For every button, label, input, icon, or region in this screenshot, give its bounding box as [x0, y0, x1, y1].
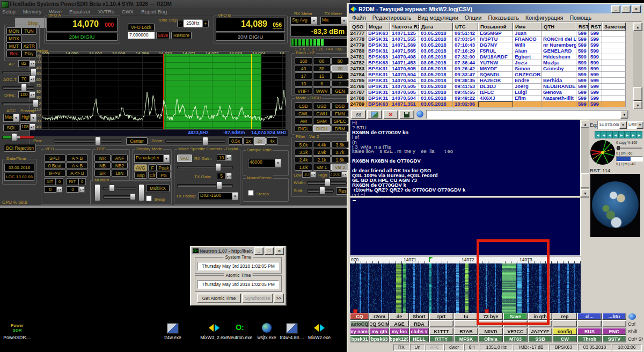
dropdown-arrow-icon[interactable]: ▼	[311, 17, 317, 24]
spectrum-display[interactable]	[42, 54, 286, 129]
delete-qso-button[interactable]: ✕	[383, 110, 398, 119]
dropdown-arrow-icon[interactable]: ▼	[13, 114, 19, 121]
vfoctl-ab[interactable]: A <> B	[67, 170, 88, 177]
macro-cqscim[interactable]: CQ SCIM	[370, 320, 389, 327]
powersdr-titlebar[interactable]: FlexRadio Systems PowerSDR Beta v1.10.4 …	[0, 0, 350, 8]
close-button[interactable]: ×	[275, 247, 284, 255]
spinner-icon[interactable]: ▲▼	[30, 60, 35, 67]
atomic-time-field[interactable]: Thursday May 3rd 2018 1:02:05 PM	[197, 280, 279, 289]
vfo-lock-button[interactable]: VFO Lock	[128, 24, 155, 31]
vfo-entry-field[interactable]: 7.000000	[128, 32, 155, 39]
dsp-nb[interactable]: NB	[94, 162, 111, 169]
frequency-combobox[interactable]: 14.070.000▼	[597, 121, 627, 129]
macro-cq[interactable]: CQ	[350, 313, 369, 320]
table-row[interactable]: 24778BPSK3114071,55503.05.201807:03:54IV…	[350, 36, 626, 42]
table-row[interactable]: 24782BPSK6314071,45303.05.201807:36:44YU…	[350, 60, 626, 66]
filter-var2[interactable]: Var 2	[331, 164, 349, 171]
multirx-pan2-slider[interactable]	[138, 184, 144, 201]
TUN-button[interactable]: TUN	[21, 27, 36, 35]
table-row[interactable]: 24786BPSK3114070,50503.05.201809:41:53DL…	[350, 84, 626, 90]
agc-select[interactable]: Med▼	[3, 114, 19, 122]
table-row[interactable]: 24784BPSK3114070,50403.05.201809:33:47SQ…	[350, 72, 626, 78]
macro-bpsk63[interactable]: bpsk63	[370, 335, 389, 342]
mixw-titlebar[interactable]: R2DM - Текущий журнал: MixW2.log(CSV) _ …	[349, 4, 642, 13]
tune-right-button[interactable]: ▶	[636, 131, 642, 138]
system-time-field[interactable]: Thursday May 3rd 2018 1:02:05 PM	[197, 262, 279, 270]
band-vhf[interactable]: VHF+	[295, 87, 312, 94]
sql-button[interactable]: SQL	[3, 124, 19, 131]
macro-bpsk125[interactable]: bpsk125	[390, 335, 409, 342]
macro-hell[interactable]: HELL	[409, 335, 429, 342]
macro-blank[interactable]	[503, 320, 528, 327]
psdr-menu-equalizer[interactable]: Equalizer	[69, 8, 91, 16]
spinner-icon[interactable]: ▲▼	[30, 123, 35, 130]
scroll-up-icon[interactable]: ▲	[633, 23, 642, 31]
macro-clubs[interactable]: clubs #	[409, 328, 429, 335]
log-scrollbar[interactable]: ▲ ▼	[633, 23, 642, 108]
restore-button[interactable]: Restore	[171, 32, 192, 39]
mode-cwl[interactable]: CWL	[295, 110, 312, 117]
swap-checkbox[interactable]: Swap	[146, 193, 165, 203]
macro-blank[interactable]	[528, 320, 552, 327]
macro-olivia[interactable]: Olivia	[479, 335, 503, 342]
desktop-icon-tr4wexe[interactable]: tr4w.exe	[156, 323, 190, 344]
dm-ps[interactable]: PS	[157, 172, 171, 179]
dropdown-arrow-icon[interactable]: ▼	[636, 121, 643, 129]
mode-digl[interactable]: DIGL	[295, 125, 312, 132]
band-160[interactable]: 160	[295, 57, 312, 64]
macro-globe-icon[interactable]	[628, 313, 636, 320]
macro-de[interactable]: de	[390, 313, 409, 320]
mode-sam[interactable]: SAM	[313, 118, 331, 124]
tx-profile-select[interactable]: DIGI-1500▼	[199, 192, 238, 200]
band-gen[interactable]: GEN	[331, 87, 349, 94]
MON-button[interactable]: MON	[6, 27, 21, 35]
spinner-icon[interactable]: ▲▼	[79, 186, 85, 193]
macro-blank[interactable]	[454, 320, 478, 327]
col-header-7[interactable]: QTH	[541, 23, 576, 31]
mixw-menu-опции[interactable]: Опции	[462, 14, 485, 21]
col-header-9[interactable]: RST	[589, 23, 602, 31]
vfoctl-ab[interactable]: A > B	[67, 155, 88, 162]
col-header-6[interactable]: Имя	[513, 23, 541, 31]
checkbox-icon[interactable]	[248, 190, 254, 196]
dropdown-arrow-icon[interactable]: ▼	[232, 193, 238, 200]
mode-am[interactable]: AM	[295, 118, 312, 124]
preamp-select[interactable]: High▼	[20, 114, 36, 122]
zoom-0.5x[interactable]: 0.5x	[229, 137, 243, 145]
col-header-2[interactable]: Частота RX	[390, 23, 419, 31]
Rec-button[interactable]: Rec	[6, 50, 21, 57]
filter-29k[interactable]: 2.9k	[313, 149, 331, 156]
dropdown-arrow-icon[interactable]: ▼	[620, 111, 628, 119]
macro-rep[interactable]: rep	[553, 313, 577, 320]
rx-gain-field[interactable]: 10▲▼	[217, 155, 232, 161]
tx-pane[interactable]	[350, 197, 581, 256]
macro-myqth[interactable]: my qth	[370, 328, 389, 335]
dm-snp[interactable]: Snp	[134, 172, 147, 179]
table-row[interactable]: 24788BPSK3114070,50403.05.201809:49:224X…	[350, 96, 626, 101]
tune-step-minus-button[interactable]: -	[177, 20, 184, 27]
psdr-menu-xvtrs[interactable]: XVTRs	[98, 8, 114, 16]
af-field[interactable]: 82▲▼	[18, 60, 35, 67]
mixw-menu-помощь[interactable]: Помощь	[567, 14, 595, 21]
scrollbar-thumb[interactable]	[633, 87, 642, 101]
macro-sstv[interactable]: SSTV	[602, 335, 626, 342]
dsp-anf[interactable]: ANF	[112, 155, 128, 162]
checkbox-icon[interactable]	[146, 195, 152, 201]
mixw-menu-показывать[interactable]: Показывать	[485, 14, 522, 21]
macro-r2om[interactable]: r2om	[370, 313, 389, 320]
macro-myname[interactable]: my name	[350, 328, 369, 335]
maximize-button[interactable]: □	[265, 247, 274, 255]
macro-blank[interactable]	[553, 320, 577, 327]
tune-step-plus-button[interactable]: +	[202, 20, 209, 27]
band-12[interactable]: 12	[331, 72, 349, 79]
waterfall-scale[interactable]: 070140711407214073	[350, 256, 581, 263]
vfo-a-display[interactable]: 14,070 000	[46, 18, 118, 32]
col-header-1[interactable]: Мода	[367, 23, 390, 31]
band-wwv[interactable]: WWV	[313, 87, 331, 94]
macro-inqth[interactable]: in qth	[528, 313, 552, 320]
mode-cwu[interactable]: CWU	[313, 110, 331, 117]
zoom-1x[interactable]: 1x	[243, 137, 253, 145]
macro-eng[interactable]: ENG	[602, 328, 626, 335]
vac-button[interactable]: VAC	[177, 155, 192, 162]
macro-myloc[interactable]: my loc	[390, 328, 409, 335]
